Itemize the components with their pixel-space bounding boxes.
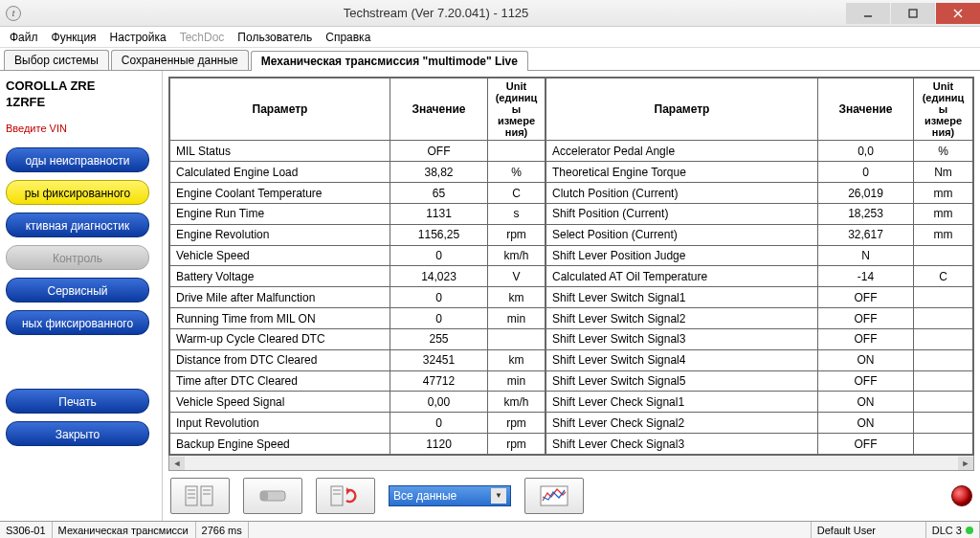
table-row[interactable]: Shift Lever Check Signal3OFF xyxy=(546,434,973,455)
service-button[interactable]: Сервисный xyxy=(6,278,149,303)
table-row[interactable]: Time after DTC Cleared47712min xyxy=(170,370,546,392)
table-row[interactable]: Warm-up Cycle Cleared DTC255 xyxy=(170,328,546,349)
table-row[interactable]: Drive Mile after Malfunction0km xyxy=(170,287,546,308)
table-row[interactable]: Engine Coolant Temperature65C xyxy=(170,183,546,204)
menu-user[interactable]: Пользователь xyxy=(237,31,312,44)
param-name: Calculated Engine Load xyxy=(170,162,390,183)
param-unit xyxy=(914,245,973,266)
table-row[interactable]: Theoretical Engine Torque0Nm xyxy=(546,162,973,183)
svg-rect-17 xyxy=(541,486,568,505)
table-row[interactable]: Engine Revolution1156,25rpm xyxy=(170,224,546,245)
menu-setup[interactable]: Настройка xyxy=(110,31,167,44)
table-row[interactable]: Vehicle Speed Signal0,00km/h xyxy=(170,392,546,413)
param-name: Clutch Position (Current) xyxy=(546,183,818,204)
table-row[interactable]: Calculated Engine Load38,82% xyxy=(170,162,546,183)
table-row[interactable]: Shift Lever Check Signal2ON xyxy=(546,413,973,434)
tab-saved-data[interactable]: Сохраненные данные xyxy=(111,50,249,70)
param-unit xyxy=(488,141,546,162)
menu-file[interactable]: Файл xyxy=(10,31,38,44)
table-row[interactable]: Distance from DTC Cleared32451km xyxy=(170,349,546,370)
param-unit: C xyxy=(914,266,973,287)
param-unit: mm xyxy=(914,183,973,204)
close-button[interactable] xyxy=(936,3,980,24)
close-panel-button[interactable]: Закрыто xyxy=(6,421,149,446)
list-view2-button[interactable] xyxy=(243,478,302,514)
menu-help[interactable]: Справка xyxy=(325,31,370,44)
param-value: 1131 xyxy=(390,203,488,224)
param-value: OFF xyxy=(818,287,914,308)
table-row[interactable]: Shift Lever Switch Signal3OFF xyxy=(546,328,973,349)
table-row[interactable]: Backup Engine Speed1120rpm xyxy=(170,434,546,455)
status-user: Default User xyxy=(812,522,926,538)
param-name: MIL Status xyxy=(170,141,390,162)
param-value: N xyxy=(818,245,914,266)
param-unit: C xyxy=(488,183,546,204)
table-row[interactable]: Select Position (Current)32,617mm xyxy=(546,224,973,245)
vin-label[interactable]: Введите VIN xyxy=(6,123,156,134)
table-row[interactable]: Input Revolution0rpm xyxy=(170,413,546,434)
print-button[interactable]: Печать xyxy=(6,389,149,414)
table-row[interactable]: Shift Position (Current)18,253mm xyxy=(546,203,973,224)
fixed-data-button[interactable]: ных фиксированного xyxy=(6,310,149,335)
table-row[interactable]: Shift Lever Check Signal1ON xyxy=(546,392,973,413)
param-value: 1156,25 xyxy=(390,224,488,245)
table-row[interactable]: Clutch Position (Current)26,019mm xyxy=(546,183,973,204)
scroll-right-icon[interactable]: ► xyxy=(958,457,973,470)
param-value: 255 xyxy=(390,328,488,349)
param-name: Select Position (Current) xyxy=(546,224,818,245)
param-value: 0,00 xyxy=(390,392,488,413)
menu-function[interactable]: Функция xyxy=(52,31,97,44)
menu-techdoc: TechDoc xyxy=(180,31,225,44)
param-unit: rpm xyxy=(488,434,546,455)
th-param: Параметр xyxy=(546,78,818,141)
list-view1-button[interactable] xyxy=(170,478,230,514)
params-table-left: Параметр Значение Unit (единиц ы измере … xyxy=(169,78,546,455)
param-unit: Nm xyxy=(914,162,973,183)
param-unit: V xyxy=(488,266,546,287)
table-row[interactable]: Battery Voltage14,023V xyxy=(170,266,546,287)
control-button: Контроль xyxy=(6,245,149,270)
data-filter-combo[interactable]: Все данные ▼ xyxy=(389,485,511,506)
app-icon: t xyxy=(6,6,21,21)
param-value: 0 xyxy=(390,287,488,308)
vehicle-engine: 1ZRFE xyxy=(6,95,156,109)
horizontal-scrollbar[interactable]: ◄ ► xyxy=(168,456,974,471)
scroll-left-icon[interactable]: ◄ xyxy=(169,457,185,470)
table-row[interactable]: Engine Run Time1131s xyxy=(170,203,546,224)
table-row[interactable]: Accelerator Pedal Angle0,0% xyxy=(546,141,973,162)
status-system: Механическая трансмисси xyxy=(53,522,196,538)
table-row[interactable]: Running Time from MIL ON0min xyxy=(170,308,546,329)
param-name: Shift Lever Check Signal1 xyxy=(546,392,818,413)
param-value: 32451 xyxy=(390,349,488,370)
maximize-button[interactable] xyxy=(891,3,935,24)
active-diag-button[interactable]: ктивная диагностик xyxy=(6,213,149,237)
param-name: Engine Coolant Temperature xyxy=(170,183,390,204)
param-unit: km xyxy=(488,349,546,370)
table-row[interactable]: Shift Lever Switch Signal4ON xyxy=(546,349,973,370)
table-row[interactable]: Shift Lever Switch Signal5OFF xyxy=(546,370,973,392)
graph-button[interactable] xyxy=(524,478,584,514)
th-value: Значение xyxy=(818,78,914,141)
dtc-codes-button[interactable]: оды неисправности xyxy=(6,147,149,172)
table-row[interactable]: MIL StatusOFF xyxy=(170,141,546,162)
toolbar: Все данные ▼ xyxy=(168,471,974,521)
table-row[interactable]: Shift Lever Switch Signal1OFF xyxy=(546,287,973,308)
chevron-down-icon[interactable]: ▼ xyxy=(491,488,506,504)
table-row[interactable]: Shift Lever Position JudgeN xyxy=(546,245,973,266)
table-row[interactable]: Vehicle Speed0km/h xyxy=(170,245,546,266)
freeze-frame-button[interactable]: ры фиксированного xyxy=(6,180,149,205)
param-unit: km xyxy=(488,287,546,308)
svg-rect-8 xyxy=(201,486,212,505)
statusbar: S306-01 Механическая трансмисси 2766 ms … xyxy=(0,521,980,538)
tabstrip: Выбор системы Сохраненные данные Механич… xyxy=(0,48,980,71)
vehicle-model: COROLLA ZRE xyxy=(6,78,156,93)
status-code: S306-01 xyxy=(0,522,53,538)
list-loop-button[interactable] xyxy=(316,478,375,514)
tab-system-select[interactable]: Выбор системы xyxy=(4,50,109,70)
record-led-icon[interactable] xyxy=(951,485,972,506)
minimize-button[interactable] xyxy=(846,3,890,24)
table-row[interactable]: Calculated AT Oil Temperature-14C xyxy=(546,266,973,287)
table-row[interactable]: Shift Lever Switch Signal2OFF xyxy=(546,308,973,329)
tab-transmission-live[interactable]: Механическая трансмиссия "multimode" Liv… xyxy=(251,51,528,71)
sidebar: COROLLA ZRE 1ZRFE Введите VIN оды неиспр… xyxy=(0,71,163,521)
